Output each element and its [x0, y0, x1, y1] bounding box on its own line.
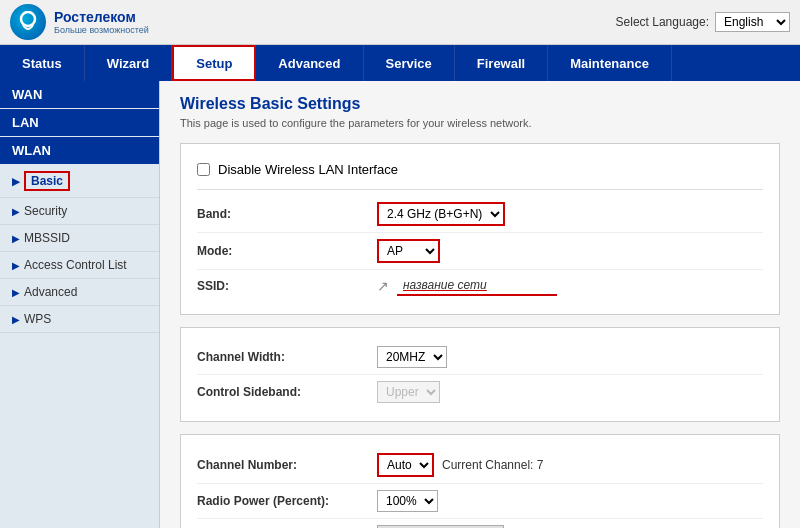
sidebar-item-wps-label: WPS: [24, 312, 51, 326]
channel-number-select[interactable]: Auto 1234 5678 91011: [377, 453, 434, 477]
nav-bar: Status Wizard Setup Advanced Service Fir…: [0, 45, 800, 81]
logo-name: Ростелеком: [54, 9, 149, 26]
ssid-value: ↗: [377, 276, 557, 296]
sidebar-btn-wan[interactable]: WAN: [0, 81, 159, 108]
content-area: Wireless Basic Settings This page is use…: [160, 81, 800, 528]
sidebar-item-security-label: Security: [24, 204, 67, 218]
sidebar-item-acl[interactable]: ▶ Access Control List: [0, 252, 159, 279]
control-sideband-label: Control Sideband:: [197, 385, 377, 399]
sidebar-item-mbssid[interactable]: ▶ MBSSID: [0, 225, 159, 252]
control-sideband-select[interactable]: Upper Lower: [377, 381, 440, 403]
ssid-label: SSID:: [197, 279, 377, 293]
associated-clients-row: Associated Clients: Show Active Clients: [197, 519, 763, 528]
language-select[interactable]: English Russian Chinese: [715, 12, 790, 32]
chevron-right-icon: ▶: [12, 314, 20, 325]
channel-width-select[interactable]: 20MHZ 40MHZ: [377, 346, 447, 368]
channel-number-row: Channel Number: Auto 1234 5678 91011 Cur…: [197, 447, 763, 484]
nav-status[interactable]: Status: [0, 45, 85, 81]
wireless-section-3: Channel Number: Auto 1234 5678 91011 Cur…: [180, 434, 780, 528]
nav-service[interactable]: Service: [364, 45, 455, 81]
sidebar-item-basic[interactable]: ▶ Basic: [0, 165, 159, 198]
sidebar-item-wps[interactable]: ▶ WPS: [0, 306, 159, 333]
chevron-right-icon: ▶: [12, 260, 20, 271]
channel-width-row: Channel Width: 20MHZ 40MHZ: [197, 340, 763, 375]
page-description: This page is used to configure the param…: [180, 117, 780, 129]
mode-value: AP Client WDS: [377, 239, 440, 263]
chevron-right-icon: ▶: [12, 233, 20, 244]
channel-width-label: Channel Width:: [197, 350, 377, 364]
wireless-section-2: Channel Width: 20MHZ 40MHZ Control Sideb…: [180, 327, 780, 422]
wireless-section-1: Disable Wireless LAN Interface Band: 2.4…: [180, 143, 780, 315]
sidebar-btn-lan[interactable]: LAN: [0, 109, 159, 136]
sidebar-btn-wlan[interactable]: WLAN: [0, 137, 159, 164]
band-select[interactable]: 2.4 GHz (B+G+N) 5 GHz: [377, 202, 505, 226]
mode-label: Mode:: [197, 244, 377, 258]
channel-width-value: 20MHZ 40MHZ: [377, 346, 447, 368]
sidebar-item-advanced[interactable]: ▶ Advanced: [0, 279, 159, 306]
logo-icon: [10, 4, 46, 40]
radio-power-row: Radio Power (Percent): 100% 75% 50% 25%: [197, 484, 763, 519]
mode-select[interactable]: AP Client WDS: [377, 239, 440, 263]
chevron-right-icon: ▶: [12, 287, 20, 298]
cursor-icon: ↗: [377, 278, 389, 294]
band-label: Band:: [197, 207, 377, 221]
sidebar-item-acl-label: Access Control List: [24, 258, 127, 272]
sidebar-item-security[interactable]: ▶ Security: [0, 198, 159, 225]
band-row: Band: 2.4 GHz (B+G+N) 5 GHz: [197, 196, 763, 233]
nav-maintenance[interactable]: Maintenance: [548, 45, 672, 81]
ssid-row: SSID: ↗: [197, 270, 763, 302]
band-value: 2.4 GHz (B+G+N) 5 GHz: [377, 202, 505, 226]
nav-firewall[interactable]: Firewall: [455, 45, 548, 81]
channel-number-value: Auto 1234 5678 91011 Current Channel: 7: [377, 453, 543, 477]
mode-row: Mode: AP Client WDS: [197, 233, 763, 270]
disable-wlan-checkbox[interactable]: [197, 163, 210, 176]
radio-power-label: Radio Power (Percent):: [197, 494, 377, 508]
logo-area: Ростелеком Больше возможностей: [10, 4, 149, 40]
nav-setup[interactable]: Setup: [172, 45, 256, 81]
control-sideband-row: Control Sideband: Upper Lower: [197, 375, 763, 409]
control-sideband-value: Upper Lower: [377, 381, 440, 403]
nav-advanced[interactable]: Advanced: [256, 45, 363, 81]
logo-tagline: Больше возможностей: [54, 25, 149, 35]
disable-wlan-label: Disable Wireless LAN Interface: [218, 162, 398, 177]
svg-point-0: [21, 12, 35, 26]
nav-wizard[interactable]: Wizard: [85, 45, 173, 81]
main-layout: WAN LAN WLAN ▶ Basic ▶ Security ▶ MBSSID…: [0, 81, 800, 528]
radio-power-select[interactable]: 100% 75% 50% 25%: [377, 490, 438, 512]
chevron-right-icon: ▶: [12, 176, 20, 187]
ssid-input[interactable]: [397, 276, 557, 296]
channel-number-label: Channel Number:: [197, 458, 377, 472]
sidebar-item-advanced-label: Advanced: [24, 285, 77, 299]
radio-power-value: 100% 75% 50% 25%: [377, 490, 438, 512]
current-channel-text: Current Channel: 7: [442, 458, 543, 472]
sidebar: WAN LAN WLAN ▶ Basic ▶ Security ▶ MBSSID…: [0, 81, 160, 528]
lang-label: Select Language:: [616, 15, 709, 29]
page-title: Wireless Basic Settings: [180, 95, 780, 113]
disable-wlan-row: Disable Wireless LAN Interface: [197, 156, 763, 183]
chevron-right-icon: ▶: [12, 206, 20, 217]
sidebar-item-mbssid-label: MBSSID: [24, 231, 70, 245]
sidebar-item-basic-label: Basic: [24, 171, 70, 191]
language-selector-area: Select Language: English Russian Chinese: [616, 12, 790, 32]
top-bar: Ростелеком Больше возможностей Select La…: [0, 0, 800, 45]
